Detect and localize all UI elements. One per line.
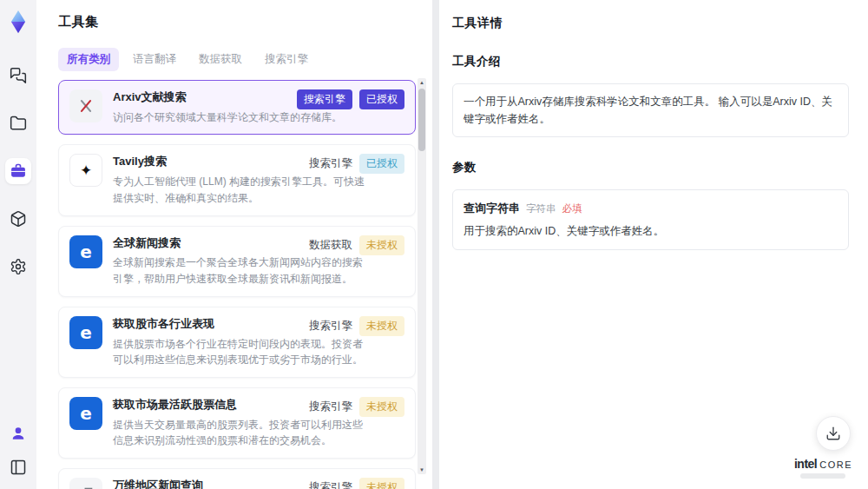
param-description: 用于搜索的Arxiv ID、关键字或作者姓名。 (464, 224, 838, 239)
param-name: 查询字符串 (464, 201, 520, 216)
chat-icon (10, 67, 27, 84)
scroll-up-arrow[interactable]: ▲ (418, 78, 426, 87)
user-icon (10, 425, 27, 442)
tool-list-item[interactable]: ✦Tavily搜索专为人工智能代理 (LLM) 构建的搜索引擎工具。可快速提供实… (58, 144, 416, 215)
tool-detail-panel: 工具详情 工具介绍 一个用于从Arxiv存储库搜索科学论文和文章的工具。 输入可… (439, 0, 868, 489)
tab-category-0[interactable]: 所有类别 (58, 48, 119, 71)
auth-status-badge: 已授权 (359, 154, 404, 174)
auth-status-badge: 未授权 (359, 478, 404, 489)
tool-list-item[interactable]: e全球新闻搜索全球新闻搜索是一个聚合全球各大新闻网站内容的搜索引擎，帮助用户快速… (58, 226, 416, 297)
tool-description: 全球新闻搜索是一个聚合全球各大新闻网站内容的搜索引擎，帮助用户快速获取全球最新资… (113, 254, 366, 287)
sidebar-item-files[interactable] (5, 110, 31, 136)
tool-list-item[interactable]: e获取市场最活跃股票信息提供当天交易量最高的股票列表。投资者可以利用这些信息来识… (58, 387, 416, 459)
tool-list: Arxiv文献搜索访问各个研究领域大量科学论文和文章的存储库。搜索引擎已授权✦T… (58, 80, 416, 489)
panel-toggle-button[interactable] (5, 454, 31, 480)
tool-list-item[interactable]: 万维地区新闻查询查询具体行政区划内的新闻，快速了解各地新闻动搜索引擎未授权 (58, 468, 416, 489)
tool-badges: 搜索引擎未授权 (309, 316, 404, 336)
auth-status-badge: 未授权 (359, 235, 404, 255)
sidebar-item-chat[interactable] (5, 63, 31, 89)
auth-status-badge: 未授权 (359, 397, 404, 417)
folder-icon (10, 115, 27, 132)
category-label: 搜索引擎 (309, 156, 352, 171)
arxiv-logo-icon (69, 89, 102, 122)
tavily-star-icon: ✦ (69, 154, 102, 187)
sidebar-rail (0, 0, 36, 489)
news-search-icon: e (69, 235, 102, 268)
category-label: 搜索引擎 (309, 480, 352, 489)
brand-core-text: CORE (819, 459, 852, 470)
tool-badges: 搜索引擎未授权 (309, 478, 404, 489)
tool-description: 专为人工智能代理 (LLM) 构建的搜索引擎工具。可快速提供实时、准确和真实的结… (113, 174, 366, 206)
news-search-icon: e (69, 316, 102, 349)
brand-subtext-bar (800, 473, 845, 479)
tool-badges: 搜索引擎未授权 (309, 397, 404, 417)
list-scrollbar[interactable]: ▲ ▼ (418, 78, 426, 474)
tab-category-2[interactable]: 数据获取 (190, 48, 251, 71)
auth-status-badge: 已授权 (359, 89, 404, 109)
tool-list-item[interactable]: e获取股市各行业表现提供股票市场各个行业在特定时间段内的表现。投资者可以利用这些… (58, 307, 416, 378)
brand-intel-text: intel (794, 457, 817, 471)
app-root: 工具集 所有类别语言翻译数据获取搜索引擎 Arxiv文献搜索访问各个研究领域大量… (0, 0, 868, 489)
sidebar-item-plugins[interactable] (5, 206, 31, 232)
news-search-icon: e (69, 397, 102, 430)
briefcase-icon (10, 162, 27, 180)
scroll-down-arrow[interactable]: ▼ (418, 466, 426, 474)
param-required-flag: 必填 (562, 202, 582, 215)
category-label: 数据获取 (309, 238, 352, 253)
category-label: 搜索引擎 (309, 319, 352, 334)
gear-icon (10, 258, 27, 275)
tool-list-panel: 工具集 所有类别语言翻译数据获取搜索引擎 Arxiv文献搜索访问各个研究领域大量… (36, 0, 432, 489)
scrollbar-thumb[interactable] (418, 89, 425, 151)
tool-badges: 搜索引擎已授权 (297, 89, 404, 109)
app-logo-icon[interactable] (5, 9, 31, 35)
tab-category-3[interactable]: 搜索引擎 (256, 48, 317, 71)
download-button[interactable] (816, 416, 851, 451)
tool-list-item[interactable]: Arxiv文献搜索访问各个研究领域大量科学论文和文章的存储库。搜索引擎已授权 (58, 80, 416, 135)
building-icon (69, 478, 102, 489)
tab-category-1[interactable]: 语言翻译 (124, 48, 185, 71)
cube-icon (10, 210, 27, 228)
params-section-title: 参数 (452, 160, 849, 175)
page-title: 工具集 (58, 14, 432, 30)
user-avatar[interactable] (5, 420, 31, 446)
panel-left-icon (10, 459, 27, 476)
sidebar-nav (5, 63, 31, 280)
auth-status-badge: 未授权 (359, 316, 404, 336)
tool-badges: 搜索引擎已授权 (309, 154, 404, 174)
tool-badges: 数据获取未授权 (309, 235, 404, 255)
sidebar-item-settings[interactable] (5, 254, 31, 280)
intro-text-box: 一个用于从Arxiv存储库搜索科学论文和文章的工具。 输入可以是Arxiv ID… (452, 83, 849, 137)
param-type: 字符串 (526, 202, 556, 215)
detail-title: 工具详情 (452, 16, 849, 31)
category-badge: 搜索引擎 (297, 89, 352, 109)
param-card: 查询字符串 字符串 必填 用于搜索的Arxiv ID、关键字或作者姓名。 (452, 189, 849, 250)
sidebar-bottom (5, 420, 31, 480)
intro-section-title: 工具介绍 (452, 54, 849, 69)
tool-name: 万维地区新闻查询 (113, 478, 342, 489)
sidebar-item-toolbox[interactable] (5, 158, 31, 184)
category-label: 搜索引擎 (309, 400, 352, 414)
intel-core-logo: intelCORE (794, 457, 852, 479)
tool-description: 提供股票市场各个行业在特定时间段内的表现。投资者可以利用这些信息来识别表现优于或… (113, 336, 366, 368)
tool-description: 访问各个研究领域大量科学论文和文章的存储库。 (113, 109, 342, 126)
download-icon (825, 426, 841, 441)
tool-description: 提供当天交易量最高的股票列表。投资者可以利用这些信息来识别流动性强的股票和潜在的… (113, 417, 366, 449)
category-tabs: 所有类别语言翻译数据获取搜索引擎 (58, 48, 432, 71)
